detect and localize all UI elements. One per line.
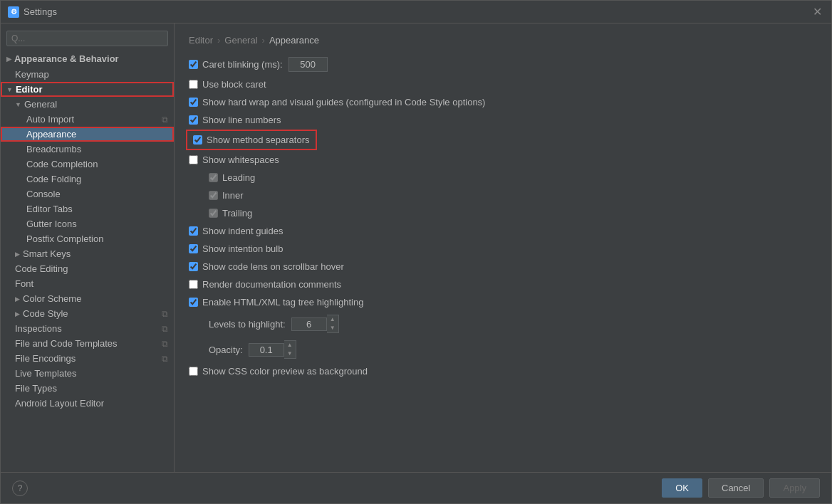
- render-doc-comments-checkbox[interactable]: [189, 280, 198, 289]
- sidebar-label: Appearance: [26, 129, 76, 140]
- show-hard-wrap-checkbox[interactable]: [189, 98, 198, 107]
- caret-blinking-label[interactable]: Caret blinking (ms):: [189, 59, 283, 70]
- levels-decrement-btn[interactable]: ▼: [327, 324, 338, 332]
- show-code-lens-checkbox[interactable]: [189, 262, 198, 271]
- search-input[interactable]: [6, 31, 168, 46]
- sidebar-label: Appearance & Behavior: [14, 53, 119, 64]
- show-line-numbers-label[interactable]: Show line numbers: [189, 115, 281, 125]
- sidebar-item-breadcrumbs[interactable]: Breadcrumbs: [1, 142, 174, 157]
- sidebar-item-auto-import[interactable]: Auto Import ⧉: [1, 112, 174, 127]
- copy-icon: ⧉: [162, 309, 168, 319]
- show-whitespaces-checkbox[interactable]: [189, 155, 198, 164]
- show-whitespaces-row: Show whitespaces: [189, 154, 817, 165]
- copy-icon: ⧉: [162, 324, 168, 334]
- expand-icon: ▶: [15, 251, 20, 258]
- sidebar-item-postfix-completion[interactable]: Postfix Completion: [1, 231, 174, 246]
- show-hard-wrap-row: Show hard wrap and visual guides (config…: [189, 97, 817, 107]
- use-block-caret-text: Use block caret: [202, 79, 266, 90]
- sidebar-item-font[interactable]: Font: [1, 276, 174, 291]
- breadcrumb-sep-1: ›: [217, 35, 220, 46]
- sidebar-item-file-types[interactable]: File Types: [1, 381, 174, 396]
- caret-blinking-value[interactable]: [288, 57, 328, 72]
- leading-label[interactable]: Leading: [209, 172, 255, 183]
- show-method-separators-checkbox[interactable]: [193, 135, 202, 145]
- inner-label[interactable]: Inner: [209, 190, 244, 201]
- sidebar-item-smart-keys[interactable]: ▶ Smart Keys: [1, 246, 174, 261]
- sidebar-item-inspections[interactable]: Inspections ⧉: [1, 321, 174, 336]
- render-doc-comments-label[interactable]: Render documentation comments: [189, 279, 341, 290]
- enable-html-xml-checkbox[interactable]: [189, 298, 198, 307]
- show-indent-guides-label[interactable]: Show indent guides: [189, 226, 283, 236]
- opacity-spinner: ▲ ▼: [249, 340, 296, 359]
- sidebar-label: Console: [26, 189, 61, 199]
- apply-button[interactable]: Apply: [769, 478, 820, 498]
- breadcrumb-editor: Editor: [189, 35, 213, 46]
- sidebar-item-file-encodings[interactable]: File Encodings ⧉: [1, 351, 174, 366]
- show-intention-bulb-checkbox[interactable]: [189, 244, 198, 253]
- opacity-increment-btn[interactable]: ▲: [284, 341, 296, 350]
- render-doc-comments-text: Render documentation comments: [202, 279, 341, 290]
- opacity-decrement-btn[interactable]: ▼: [284, 350, 296, 358]
- opacity-spinner-btns: ▲ ▼: [284, 340, 296, 359]
- sidebar-item-editor[interactable]: ▼ Editor: [1, 82, 174, 97]
- sidebar-item-general[interactable]: ▼ General: [1, 97, 174, 112]
- levels-increment-btn[interactable]: ▲: [327, 315, 338, 324]
- sidebar-label: Gutter Icons: [26, 219, 77, 229]
- caret-blinking-checkbox[interactable]: [189, 60, 198, 69]
- levels-input[interactable]: [291, 317, 327, 331]
- help-button[interactable]: ?: [12, 481, 28, 496]
- sidebar-item-live-templates[interactable]: Live Templates: [1, 366, 174, 381]
- show-css-color-label[interactable]: Show CSS color preview as background: [189, 366, 368, 377]
- sidebar-item-color-scheme[interactable]: ▶ Color Scheme: [1, 291, 174, 306]
- sidebar-item-android-layout[interactable]: Android Layout Editor: [1, 396, 174, 411]
- ok-button[interactable]: OK: [662, 478, 702, 498]
- show-hard-wrap-label[interactable]: Show hard wrap and visual guides (config…: [189, 97, 485, 107]
- sidebar-item-code-completion[interactable]: Code Completion: [1, 157, 174, 172]
- opacity-input[interactable]: [249, 343, 284, 357]
- levels-to-highlight-row: Levels to highlight: ▲ ▼: [189, 315, 817, 333]
- sidebar-item-code-folding[interactable]: Code Folding: [1, 172, 174, 187]
- show-code-lens-label[interactable]: Show code lens on scrollbar hover: [189, 261, 344, 272]
- sidebar-item-file-code-templates[interactable]: File and Code Templates ⧉: [1, 336, 174, 351]
- leading-checkbox[interactable]: [209, 173, 218, 182]
- trailing-label[interactable]: Trailing: [209, 208, 252, 219]
- close-button[interactable]: ✕: [810, 5, 824, 19]
- show-whitespaces-text: Show whitespaces: [202, 154, 279, 165]
- show-whitespaces-label[interactable]: Show whitespaces: [189, 154, 279, 165]
- show-line-numbers-checkbox[interactable]: [189, 115, 198, 125]
- show-css-color-checkbox[interactable]: [189, 367, 198, 376]
- sidebar-item-appearance-behavior[interactable]: ▶ Appearance & Behavior: [1, 51, 174, 67]
- sidebar: ▶ Appearance & Behavior Keymap ▼ Editor …: [1, 23, 175, 472]
- inner-checkbox[interactable]: [209, 191, 218, 200]
- enable-html-xml-row: Enable HTML/XML tag tree highlighting: [189, 297, 817, 308]
- enable-html-xml-label[interactable]: Enable HTML/XML tag tree highlighting: [189, 297, 363, 308]
- levels-spinner: ▲ ▼: [291, 315, 339, 333]
- copy-icon: ⧉: [162, 115, 168, 125]
- use-block-caret-checkbox[interactable]: [189, 80, 198, 89]
- trailing-checkbox[interactable]: [209, 209, 218, 218]
- sidebar-item-console[interactable]: Console: [1, 187, 174, 201]
- sidebar-label: Code Editing: [15, 263, 68, 274]
- show-method-separators-label[interactable]: Show method separators: [189, 132, 314, 147]
- sidebar-item-code-style[interactable]: ▶ Code Style ⧉: [1, 306, 174, 321]
- sidebar-item-code-editing[interactable]: Code Editing: [1, 261, 174, 276]
- caret-blinking-text: Caret blinking (ms):: [202, 59, 283, 70]
- enable-html-xml-text: Enable HTML/XML tag tree highlighting: [202, 297, 363, 308]
- breadcrumb-appearance: Appearance: [269, 35, 319, 46]
- sidebar-label: Code Folding: [26, 174, 81, 184]
- sidebar-item-appearance[interactable]: Appearance: [1, 127, 174, 142]
- window-title: Settings: [24, 6, 57, 17]
- show-indent-guides-checkbox[interactable]: [189, 226, 198, 236]
- app-icon: ⚙: [8, 6, 19, 18]
- sidebar-item-gutter-icons[interactable]: Gutter Icons: [1, 216, 174, 231]
- main-content: ▶ Appearance & Behavior Keymap ▼ Editor …: [1, 23, 831, 472]
- show-intention-bulb-row: Show intention bulb: [189, 243, 817, 254]
- expand-icon: ▼: [6, 86, 13, 93]
- sidebar-item-editor-tabs[interactable]: Editor Tabs: [1, 201, 174, 216]
- sidebar-item-keymap[interactable]: Keymap: [1, 67, 174, 82]
- cancel-button[interactable]: Cancel: [708, 478, 764, 498]
- show-indent-guides-row: Show indent guides: [189, 226, 817, 236]
- breadcrumb-general: General: [224, 35, 257, 46]
- use-block-caret-label[interactable]: Use block caret: [189, 79, 266, 90]
- show-intention-bulb-label[interactable]: Show intention bulb: [189, 243, 283, 254]
